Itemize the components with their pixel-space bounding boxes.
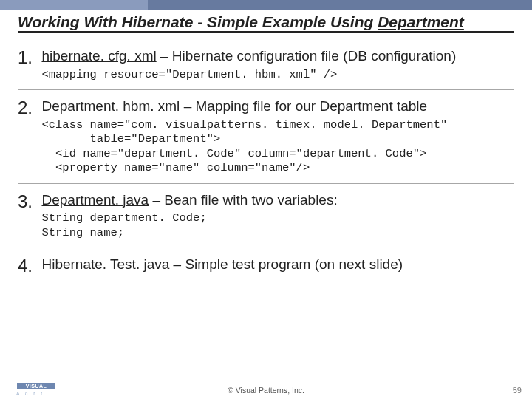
item-number: 2. xyxy=(18,98,38,118)
item-number: 4. xyxy=(18,256,38,276)
item-file: Hibernate. Test. java xyxy=(41,256,169,272)
list-item: 2. Department. hbm. xml – Mapping file f… xyxy=(18,90,514,183)
list-item: 4. Hibernate. Test. java – Simple test p… xyxy=(18,248,514,284)
list-item: 1. hibernate. cfg. xml – Hibernate confi… xyxy=(18,40,514,90)
item-desc: Department. hbm. xml – Mapping file for … xyxy=(41,98,427,114)
slide-title: Working With Hibernate - Simple Example … xyxy=(18,13,514,33)
item-code: <mapping resource="Department. hbm. xml"… xyxy=(41,68,499,82)
item-rest: – Bean file with two variables: xyxy=(149,192,338,208)
item-file: hibernate. cfg. xml xyxy=(41,48,156,64)
item-rest: – Hibernate configuration file (DB confi… xyxy=(157,48,457,64)
item-code: <class name="com. visualpatterns. timex.… xyxy=(41,118,499,176)
slide-topbar-accent xyxy=(0,0,148,10)
item-rest: – Mapping file for our Department table xyxy=(180,98,427,114)
item-desc: Department. java – Bean file with two va… xyxy=(41,192,337,208)
list-item: 3. Department. java – Bean file with two… xyxy=(18,184,514,249)
page-number: 59 xyxy=(513,386,522,395)
title-prefix: Working With Hibernate - Simple Example … xyxy=(18,13,378,30)
item-file: Department. java xyxy=(41,192,149,208)
item-desc: Hibernate. Test. java – Simple test prog… xyxy=(41,256,403,272)
title-underlined: Department xyxy=(378,13,464,30)
item-list: 1. hibernate. cfg. xml – Hibernate confi… xyxy=(18,40,514,284)
slide-content: Working With Hibernate - Simple Example … xyxy=(0,0,532,284)
item-file: Department. hbm. xml xyxy=(41,98,180,114)
item-code: String department. Code; String name; xyxy=(41,211,499,240)
item-desc: hibernate. cfg. xml – Hibernate configur… xyxy=(41,48,456,64)
item-rest: – Simple test program (on next slide) xyxy=(169,256,403,272)
footer-copyright: © Visual Patterns, Inc. xyxy=(0,386,532,395)
item-number: 3. xyxy=(18,191,38,212)
slide-topbar xyxy=(0,0,532,10)
item-number: 1. xyxy=(18,47,38,68)
